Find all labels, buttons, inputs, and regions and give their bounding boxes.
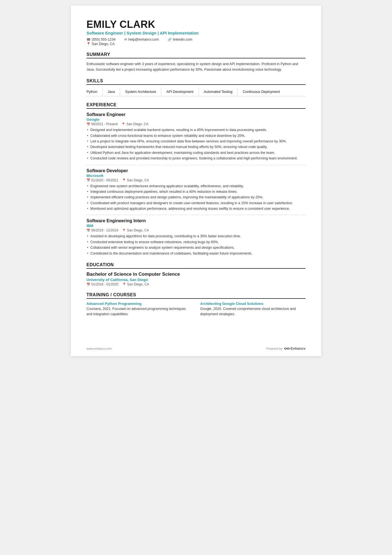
location-pin-icon: 📍: [122, 178, 126, 182]
edu-degree: Bachelor of Science in Computer Science: [86, 272, 306, 277]
summary-text: Enthusiastic software engineer with 3 ye…: [86, 61, 306, 72]
education-heading: EDUCATION: [86, 262, 306, 269]
skill-item: Continuous Deployment: [243, 88, 285, 96]
bullet-item: Led a project to integrate new APIs, ens…: [86, 139, 306, 144]
bullet-item: Coordinated with product managers and de…: [86, 201, 306, 206]
location-text: San Diego, CA: [92, 42, 115, 46]
job-title: Software Engineer: [86, 112, 306, 117]
job-bullets: Assisted in developing algorithms for da…: [86, 234, 306, 256]
calendar-icon: 📅: [86, 122, 90, 126]
email-icon: ✉: [124, 38, 127, 41]
bullet-item: Monitored and optimized application perf…: [86, 206, 306, 211]
job-dates: 📅 06/2019 - 12/2019: [86, 228, 118, 232]
phone-icon: ☎: [86, 38, 91, 41]
job-meta: 📅 01/2020 - 05/2021📍 San Diego, CA: [86, 178, 306, 182]
experience-heading: EXPERIENCE: [86, 102, 306, 109]
job-location: 📍 San Diego, CA: [121, 122, 148, 126]
training-heading: TRAINING / COURSES: [86, 292, 306, 299]
skill-item: System Architecture: [125, 88, 161, 96]
education-section: EDUCATION Bachelor of Science in Compute…: [86, 262, 306, 286]
summary-heading: SUMMARY: [86, 52, 306, 58]
training-course-name: Architecting Google Cloud Solutions: [200, 302, 306, 306]
candidate-title: Software Engineer | System Design | API …: [86, 31, 306, 35]
job-entry: Software Engineering InternIBM📅 06/2019 …: [86, 218, 306, 256]
email-address: help@enhancv.com: [128, 38, 159, 41]
phone-contact: ☎ (555) 555-1234: [86, 38, 115, 41]
bullet-item: Conducted code reviews and provided ment…: [86, 156, 306, 161]
edu-dates: 📅 01/2016 - 01/2020: [86, 282, 118, 286]
bullet-item: Integrated continuous deployment pipelin…: [86, 189, 306, 194]
job-company: Google: [86, 117, 306, 122]
skills-section: SKILLS PythonJavaSystem ArchitectureAPI …: [86, 78, 306, 97]
job-dates: 📅 06/2021 - Present: [86, 122, 118, 126]
location-pin-icon: 📍: [122, 283, 126, 286]
skill-item: API Development: [166, 88, 199, 96]
training-section: TRAINING / COURSES Advanced Python Progr…: [86, 292, 306, 317]
job-divider: [86, 215, 306, 215]
jobs-container: Software EngineerGoogle📅 06/2021 - Prese…: [86, 112, 306, 256]
candidate-name: EMILY CLARK: [86, 19, 306, 30]
contact-row: ☎ (555) 555-1234 ✉ help@enhancv.com 🔗 li…: [86, 38, 306, 41]
training-course: Architecting Google Cloud SolutionsGoogl…: [200, 302, 306, 317]
edu-school: University of California, San Diego: [86, 278, 306, 282]
resume-page: EMILY CLARK Software Engineer | System D…: [71, 6, 321, 356]
website-url: linkedin.com: [173, 38, 192, 41]
training-course-name: Advanced Python Programming: [86, 302, 192, 306]
job-location: 📍 San Diego, CA: [122, 228, 149, 232]
enhancv-icon-svg: [284, 347, 290, 351]
link-icon: 🔗: [168, 38, 172, 41]
skill-item: Python: [86, 88, 103, 96]
bullet-item: Engineered new system architectures enha…: [86, 184, 306, 189]
enhancv-brand-name: Enhancv: [291, 346, 306, 351]
bullet-item: Implemented efficient coding practices a…: [86, 195, 306, 200]
skill-item: Java: [108, 88, 120, 96]
enhancv-logo: Enhancv: [284, 346, 306, 351]
job-entry: Software DeveloperMicrosoft📅 01/2020 - 0…: [86, 168, 306, 215]
footer-website: www.enhancv.com: [86, 347, 112, 350]
job-title: Software Developer: [86, 168, 306, 173]
phone-number: (555) 555-1234: [92, 38, 115, 41]
bullet-item: Collaborated with cross-functional teams…: [86, 133, 306, 139]
bullet-item: Assisted in developing algorithms for da…: [86, 234, 306, 239]
location-row: 📍 San Diego, CA: [86, 42, 306, 46]
job-bullets: Designed and implemented scalable backen…: [86, 127, 306, 161]
skills-row: PythonJavaSystem ArchitectureAPI Develop…: [86, 88, 306, 97]
experience-section: EXPERIENCE Software EngineerGoogle📅 06/2…: [86, 102, 306, 256]
location-contact: 📍 San Diego, CA: [86, 42, 115, 46]
job-bullets: Engineered new system architectures enha…: [86, 184, 306, 212]
calendar-icon: 📅: [86, 229, 90, 232]
location-icon: 📍: [86, 42, 91, 46]
location-pin-icon: 📍: [121, 122, 125, 126]
page-footer: www.enhancv.com Powered by Enhancv: [86, 346, 306, 351]
job-company: Microsoft: [86, 174, 306, 178]
bullet-item: Conducted extensive testing to ensure so…: [86, 240, 306, 245]
email-contact: ✉ help@enhancv.com: [124, 38, 159, 41]
skills-heading: SKILLS: [86, 78, 306, 85]
website-contact: 🔗 linkedin.com: [168, 38, 192, 41]
job-meta: 📅 06/2021 - Present📍 San Diego, CA: [86, 122, 306, 126]
edu-meta: 📅 01/2016 - 01/2020📍 San Diego, CA: [86, 282, 306, 286]
bullet-item: Contributed to the documentation and mai…: [86, 251, 306, 256]
summary-section: SUMMARY Enthusiastic software engineer w…: [86, 52, 306, 72]
training-grid: Advanced Python ProgrammingCoursera, 202…: [86, 302, 306, 317]
training-course-desc: Google, 2020. Covered comprehensive clou…: [200, 306, 306, 317]
bullet-item: Utilized Python and Java for application…: [86, 150, 306, 156]
bullet-item: Collaborated with senior engineers to an…: [86, 245, 306, 250]
calendar-icon: 📅: [86, 178, 90, 182]
bullet-item: Designed and implemented scalable backen…: [86, 127, 306, 133]
training-course-desc: Coursera, 2021. Focused on advanced prog…: [86, 306, 192, 317]
job-dates: 📅 01/2020 - 05/2021: [86, 178, 118, 182]
job-meta: 📅 06/2019 - 12/2019📍 San Diego, CA: [86, 228, 306, 232]
training-course: Advanced Python ProgrammingCoursera, 202…: [86, 302, 192, 317]
job-company: IBM: [86, 224, 306, 228]
edu-location: 📍 San Diego, CA: [122, 282, 149, 286]
calendar-icon: 📅: [86, 283, 90, 286]
job-divider: [86, 165, 306, 165]
job-location: 📍 San Diego, CA: [122, 178, 149, 182]
footer-brand: Powered by Enhancv: [266, 346, 306, 351]
bullet-item: Developed automated testing frameworks t…: [86, 144, 306, 150]
header: EMILY CLARK Software Engineer | System D…: [86, 19, 306, 46]
education-container: Bachelor of Science in Computer ScienceU…: [86, 272, 306, 286]
powered-by-text: Powered by: [266, 347, 282, 350]
location-pin-icon: 📍: [122, 229, 126, 232]
